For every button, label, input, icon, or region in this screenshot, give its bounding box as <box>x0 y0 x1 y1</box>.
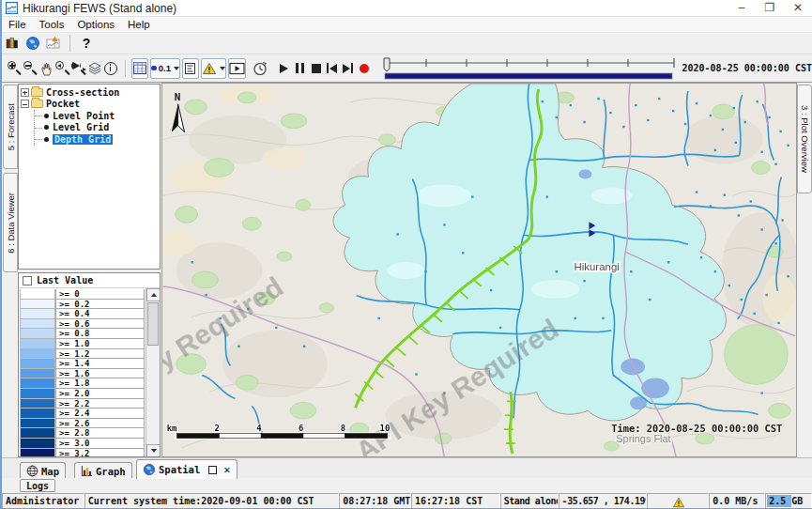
tab-spatial[interactable]: Spatial ✕ <box>136 459 237 479</box>
legend-label[interactable]: >= 2.6 <box>55 419 145 429</box>
layers-icon <box>87 61 102 76</box>
logs-tab[interactable]: Logs <box>20 479 55 492</box>
legend-label[interactable]: >= 3.0 <box>55 439 145 449</box>
last-value-checkbox[interactable] <box>23 276 32 285</box>
tree-item-level-grid[interactable]: Level Grid <box>53 122 109 132</box>
legend-label[interactable]: >= 1.0 <box>55 339 145 349</box>
help-button[interactable]: ? <box>76 33 97 54</box>
threshold-dropdown[interactable]: 0.1 <box>150 58 180 79</box>
scroll-up-button[interactable] <box>146 288 161 301</box>
time-slider[interactable] <box>382 55 678 81</box>
tab-data-viewer[interactable]: 6 : Data Viewer <box>3 173 18 272</box>
legend-row: >= 1.4 <box>20 359 145 369</box>
legend-label[interactable]: >= 0 <box>55 289 145 300</box>
minimize-button[interactable]: – <box>728 0 756 17</box>
zoom-in-button[interactable] <box>7 58 23 79</box>
legend-label[interactable]: >= 1.2 <box>55 349 145 360</box>
close-button[interactable]: ✕ <box>784 0 812 17</box>
legend-label[interactable]: >= 1.4 <box>55 359 145 369</box>
legend-scrollbar[interactable] <box>146 288 160 457</box>
classification-button[interactable] <box>182 58 199 79</box>
tree-item-level-point[interactable]: Level Point <box>53 111 115 121</box>
play-button[interactable] <box>276 58 292 79</box>
status-gmt-time: 08:27:18 GMT <box>339 493 411 509</box>
legend-row: >= 0.2 <box>20 300 145 310</box>
status-bar: Administrator Current system time:2020-0… <box>2 493 812 509</box>
tab-forecast[interactable]: 5 : Forecast <box>3 85 18 169</box>
toolbar-separator <box>69 35 70 52</box>
legend-label[interactable]: >= 3.2 <box>55 449 145 458</box>
map-canvas[interactable]: API Key Required API Key Required Hikura… <box>162 84 796 456</box>
time-settings-button[interactable] <box>253 58 268 79</box>
legend-row: >= 0.4 <box>20 309 145 319</box>
timeseries-button[interactable] <box>43 33 64 54</box>
map-toolbar: 0.1 <box>2 54 812 83</box>
grid-display-button[interactable] <box>131 58 148 79</box>
classification-icon <box>184 62 196 75</box>
bullet-icon <box>44 114 49 118</box>
clock-icon <box>253 61 268 76</box>
legend-label[interactable]: >= 2.2 <box>55 399 145 409</box>
close-panel-icon[interactable]: ✕ <box>223 465 230 474</box>
layers-button[interactable] <box>86 58 102 79</box>
legend-label[interactable]: >= 2.0 <box>55 389 145 399</box>
legend-label[interactable]: >= 0.4 <box>55 309 145 319</box>
left-panel: Cross-section Pocket Level Point Level G… <box>18 83 161 457</box>
scrollbar-thumb[interactable] <box>147 302 159 346</box>
info-button[interactable] <box>102 58 118 79</box>
legend-label[interactable]: >= 1.6 <box>55 369 145 379</box>
animation-button[interactable] <box>228 58 246 79</box>
legend-label[interactable]: >= 1.8 <box>55 378 145 389</box>
tab-map[interactable]: Map <box>20 462 66 479</box>
zoom-next-button[interactable] <box>70 58 86 79</box>
map-time-label: Time: 2020-08-25 00:00:00 CST <box>611 423 782 434</box>
collapse-icon[interactable] <box>21 100 29 108</box>
map-panel: API Key Required API Key Required Hikura… <box>161 83 797 457</box>
menu-options[interactable]: Options <box>70 19 121 30</box>
legend-label[interactable]: >= 0.6 <box>55 319 145 330</box>
tree-row: Level Grid <box>35 122 160 134</box>
bullet-icon <box>44 137 49 142</box>
tree-item-depth-grid[interactable]: Depth Grid <box>53 134 113 145</box>
tab-graph[interactable]: Graph <box>74 462 132 479</box>
menu-help[interactable]: Help <box>121 19 157 30</box>
legend-label[interactable]: >= 0.8 <box>55 329 145 339</box>
thresholds-warning-dropdown[interactable] <box>201 58 226 79</box>
bottom-tab-bar: Map Graph Spatial ✕ <box>2 457 812 478</box>
status-warning-cell[interactable] <box>647 493 709 509</box>
main-toolbar: ? <box>2 33 812 54</box>
stop-button[interactable] <box>308 58 324 79</box>
application-window: Hikurangi FEWS (Stand alone) – ❐ ✕ File … <box>0 0 812 509</box>
tree-item-pocket[interactable]: Pocket <box>46 99 80 109</box>
warning-icon <box>202 62 217 75</box>
database-button[interactable] <box>2 33 23 54</box>
zoom-previous-button[interactable] <box>54 58 70 79</box>
scroll-down-button[interactable] <box>146 444 161 457</box>
slider-thumb[interactable] <box>384 58 390 71</box>
legend-label[interactable]: >= 2.8 <box>55 428 145 439</box>
status-transfer-rate: 0.0 MB/s <box>709 493 765 509</box>
tree-row: Depth Grid <box>35 133 160 146</box>
legend-label[interactable]: >= 0.2 <box>55 300 145 310</box>
legend-label[interactable]: >= 2.4 <box>55 409 145 419</box>
skip-to-end-button[interactable] <box>340 58 356 79</box>
threshold-value: 0.1 <box>159 63 171 73</box>
database-icon <box>5 36 20 51</box>
pause-button[interactable] <box>292 58 308 79</box>
legend-row: >= 1.6 <box>20 369 145 379</box>
expand-icon[interactable] <box>21 88 29 97</box>
menu-file[interactable]: File <box>2 19 33 30</box>
record-button[interactable] <box>356 58 372 79</box>
menu-tools[interactable]: Tools <box>33 19 71 30</box>
tab-plot-overview[interactable]: 3 : Plot Overview <box>797 85 812 193</box>
pan-button[interactable] <box>38 58 54 79</box>
map-display-button[interactable] <box>23 33 43 54</box>
main-area: 5 : Forecast 6 : Data Viewer Cross-secti… <box>2 83 812 457</box>
legend-row: >= 0 <box>20 289 145 300</box>
zoom-out-button[interactable] <box>23 58 38 79</box>
skip-to-start-button[interactable] <box>324 58 340 79</box>
maximize-panel-icon[interactable] <box>208 466 217 474</box>
window-title: Hikurangi FEWS (Stand alone) <box>23 2 176 15</box>
maximize-button[interactable]: ❐ <box>756 0 784 17</box>
tree-item-cross-section[interactable]: Cross-section <box>46 87 119 98</box>
